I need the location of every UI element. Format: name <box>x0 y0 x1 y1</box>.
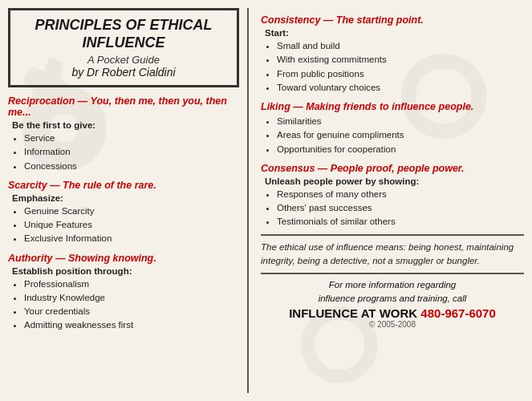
title-block: PRINCIPLES OF ETHICAL INFLUENCE A Pocket… <box>8 8 239 87</box>
list-item: From public positions <box>277 67 524 81</box>
list-item: With existing commitments <box>277 53 524 67</box>
scarcity-header: Scarcity — The rule of the rare. <box>8 180 239 191</box>
footer-block: For more information regarding influence… <box>261 273 524 329</box>
footer-phone: 480-967-6070 <box>420 306 495 320</box>
section-consistency: Consistency — The starting point. Start:… <box>261 14 524 95</box>
list-item: Toward voluntary choices <box>277 81 524 95</box>
list-item: Your credentials <box>24 305 239 318</box>
liking-list: Similarities Areas for genuine complimen… <box>277 115 524 156</box>
footer-line1: For more information regarding <box>261 278 524 292</box>
authority-header: Authority — Showing knowing. <box>8 253 239 264</box>
section-authority: Authority — Showing knowing. Establish p… <box>8 253 239 333</box>
author: by Dr Robert Cialdini <box>18 66 229 79</box>
footer-line2: influence programs and training, call <box>261 292 524 306</box>
consistency-list: Small and build With existing commitment… <box>277 39 524 95</box>
consistency-subheader: Start: <box>265 28 524 38</box>
list-item: Areas for genuine compliments <box>277 128 524 142</box>
authority-list: Professionalism Industry Knowledge Your … <box>24 277 239 333</box>
scarcity-list: Genuine Scarcity Unique Features Exclusi… <box>24 205 239 246</box>
list-item: Testimonials of similar others <box>277 215 524 229</box>
right-panel: Consistency — The starting point. Start:… <box>257 8 524 393</box>
reciprocation-subheader: Be the first to give: <box>12 120 239 130</box>
list-item: Small and build <box>277 39 524 53</box>
section-scarcity: Scarcity — The rule of the rare. Emphasi… <box>8 180 239 246</box>
bottom-section: The ethical use of influence means: bein… <box>261 234 524 329</box>
section-reciprocation: Reciprocation — You, then me, then you, … <box>8 95 239 173</box>
ethical-use-text: The ethical use of influence means: bein… <box>261 241 524 269</box>
subtitle: A Pocket Guide <box>18 54 229 66</box>
liking-header: Liking — Making friends to influence peo… <box>261 101 524 112</box>
list-item: Others' past successes <box>277 201 524 215</box>
main-title: PRINCIPLES OF ETHICAL INFLUENCE <box>18 17 229 51</box>
list-item: Unique Features <box>24 218 239 232</box>
list-item: Admitting weaknesses first <box>24 318 239 332</box>
list-item: Similarities <box>277 115 524 128</box>
section-liking: Liking — Making friends to influence peo… <box>261 101 524 156</box>
list-item: Industry Knowledge <box>24 291 239 305</box>
reciprocation-list: Service Information Concessions <box>24 132 239 173</box>
consistency-header: Consistency — The starting point. <box>261 14 524 26</box>
footer-brand: INFLUENCE AT WORK 480-967-6070 <box>261 306 524 320</box>
list-item: Exclusive Information <box>24 232 239 245</box>
section-consensus: Consensus — People proof, people power. … <box>261 163 524 229</box>
list-item: Opportunities for cooperation <box>277 143 524 156</box>
list-item: Service <box>24 132 239 145</box>
authority-subheader: Establish position through: <box>12 266 239 276</box>
reciprocation-header: Reciprocation — You, then me, then you, … <box>8 95 239 118</box>
list-item: Genuine Scarcity <box>24 205 239 218</box>
list-item: Concessions <box>24 160 239 173</box>
list-item: Responses of many others <box>277 188 524 201</box>
scarcity-subheader: Emphasize: <box>12 193 239 203</box>
consensus-list: Responses of many others Others' past su… <box>277 188 524 229</box>
left-panel: PRINCIPLES OF ETHICAL INFLUENCE A Pocket… <box>8 8 249 393</box>
footer-year: © 2005-2008 <box>261 320 524 329</box>
list-item: Information <box>24 145 239 159</box>
consensus-subheader: Unleash people power by showing: <box>265 176 524 186</box>
consensus-header: Consensus — People proof, people power. <box>261 163 524 174</box>
list-item: Professionalism <box>24 277 239 291</box>
